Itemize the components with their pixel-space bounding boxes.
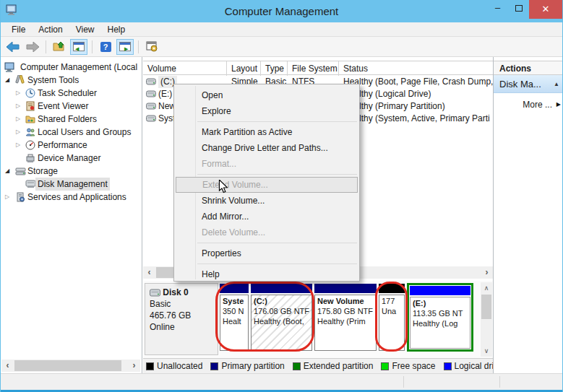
expander-icon[interactable]: ◢ xyxy=(5,165,9,178)
toolbar-separator xyxy=(46,40,46,53)
device-icon xyxy=(25,153,35,163)
tools-icon xyxy=(15,75,25,85)
chevron-right-icon: ▶ xyxy=(556,97,561,112)
forward-button[interactable] xyxy=(24,39,41,55)
expander-icon[interactable]: ◢ xyxy=(5,74,9,87)
annotation-oval-unallocated xyxy=(375,282,408,352)
collapse-up-icon[interactable]: ▲ xyxy=(554,75,559,93)
actions-section-disk-management[interactable]: Disk Ma... ▲ xyxy=(494,75,563,93)
forward-icon xyxy=(26,42,39,52)
show-console-tree-button[interactable]: ◀ xyxy=(70,39,87,55)
menu-item-change-drive-letter[interactable]: Change Drive Letter and Paths... xyxy=(174,140,359,156)
expander-icon[interactable]: ▷ xyxy=(16,139,20,152)
partition-name: New Volume xyxy=(317,296,374,306)
column-header-type[interactable]: Type xyxy=(261,61,288,76)
partition-e-extended[interactable]: (E:) 113.35 GB NT Healthy (Log xyxy=(407,283,473,352)
scrollbar-thumb[interactable] xyxy=(481,295,491,319)
disk-graphical-pane: Disk 0 Basic 465.76 GB Online Syste 350 … xyxy=(143,281,493,358)
menu-item-shrink-volume[interactable]: Shrink Volume... xyxy=(174,193,359,209)
partition-new-volume[interactable]: New Volume 175.80 GB NTF Healthy (Prim xyxy=(314,284,377,351)
users-icon xyxy=(25,127,35,137)
tree-item-label: Disk Management xyxy=(35,178,110,191)
scrollbar-thumb[interactable] xyxy=(14,360,121,371)
menu-item-add-mirror[interactable]: Add Mirror... xyxy=(174,209,359,225)
up-folder-button[interactable] xyxy=(51,39,68,55)
expander-icon[interactable]: ▷ xyxy=(16,87,20,100)
menu-item-extend-volume[interactable]: Extend Volume... xyxy=(176,177,358,193)
partition-color-bar xyxy=(314,284,377,293)
menu-view[interactable]: View xyxy=(69,22,101,37)
console-properties-icon xyxy=(146,41,158,52)
column-header-layout[interactable]: Layout xyxy=(227,61,261,76)
legend-bar: Unallocated Primary partition Extended p… xyxy=(143,358,493,373)
scroll-right-icon[interactable]: › xyxy=(128,360,140,372)
toolbar-separator xyxy=(92,40,93,53)
expander-icon[interactable]: ▷ xyxy=(16,100,20,113)
disk0-info-panel[interactable]: Disk 0 Basic 465.76 GB Online xyxy=(145,283,218,355)
menu-item-help[interactable]: Help xyxy=(174,266,359,282)
console-properties-button[interactable] xyxy=(143,39,160,55)
tree-item-local-users-and-groups[interactable]: ▷ Local Users and Groups xyxy=(1,126,142,139)
expander-icon[interactable]: ▷ xyxy=(5,191,9,204)
disk-vertical-scrollbar[interactable]: ∧ ∨ xyxy=(481,282,492,357)
expander-icon[interactable]: ▷ xyxy=(16,126,20,139)
menu-file[interactable]: File xyxy=(5,22,32,37)
tree-horizontal-scrollbar[interactable]: ‹ › xyxy=(1,360,140,372)
disk0-title: Disk 0 xyxy=(150,287,213,298)
tree-item-storage[interactable]: ◢ Storage xyxy=(1,165,142,178)
column-header-status[interactable]: Status xyxy=(339,61,493,76)
volume-icon xyxy=(146,115,156,123)
volume-icon xyxy=(146,78,156,86)
tree-item-event-viewer[interactable]: ▷ Event Viewer xyxy=(1,100,142,113)
expander-icon[interactable]: ▷ xyxy=(16,113,20,126)
show-action-pane-button[interactable]: ▶ xyxy=(116,39,134,55)
window-title: Computer Management xyxy=(1,5,562,17)
tree-item-disk-management[interactable]: Disk Management xyxy=(1,178,142,191)
volume-icon xyxy=(146,103,156,110)
tree-item-label: Device Manager xyxy=(38,152,100,165)
event-log-icon xyxy=(25,101,35,111)
tree-item-label: Computer Management (Local xyxy=(20,61,137,74)
menu-help[interactable]: Help xyxy=(101,22,132,37)
tree-item-task-scheduler[interactable]: ▷ Task Scheduler xyxy=(1,87,142,100)
partition-name: (E:) xyxy=(413,298,468,308)
scroll-down-icon[interactable]: ∨ xyxy=(481,345,492,357)
status-bar xyxy=(1,373,562,390)
scroll-left-icon[interactable]: ‹ xyxy=(1,360,14,372)
primary-swatch-icon xyxy=(210,362,218,370)
title-bar[interactable]: Computer Management – ✕ xyxy=(1,0,562,22)
maximize-button[interactable] xyxy=(508,0,529,17)
tree-item-label: System Tools xyxy=(27,74,79,87)
tree-item-device-manager[interactable]: Device Manager xyxy=(1,152,142,165)
menu-item-delete-volume[interactable]: Delete Volume... xyxy=(174,225,359,240)
volume-icon xyxy=(146,90,156,98)
tree-item-performance[interactable]: ▷ Performance xyxy=(1,139,142,152)
menu-action[interactable]: Action xyxy=(32,22,69,37)
minimize-button[interactable]: – xyxy=(487,0,508,17)
menu-item-format[interactable]: Format... xyxy=(174,156,359,172)
close-button[interactable]: ✕ xyxy=(529,0,562,19)
scroll-right-icon[interactable]: › xyxy=(481,266,493,279)
column-header-volume[interactable]: Volume xyxy=(143,61,227,76)
scroll-up-icon[interactable]: ∧ xyxy=(481,282,492,294)
tree-item-label: Performance xyxy=(38,139,87,152)
tree-item-shared-folders[interactable]: ▷ Shared Folders xyxy=(1,113,142,126)
tree-item-computer-management[interactable]: Computer Management (Local xyxy=(1,61,142,74)
column-header-filesystem[interactable]: File System xyxy=(288,61,339,76)
scroll-left-icon[interactable]: ‹ xyxy=(143,266,155,279)
tree-item-label: Event Viewer xyxy=(38,100,88,113)
show-action-pane-icon: ▶ xyxy=(119,42,131,51)
help-button[interactable]: ? xyxy=(97,39,114,55)
menu-item-properties[interactable]: Properties xyxy=(174,245,359,261)
tree-item-system-tools[interactable]: ◢ System Tools xyxy=(1,74,142,87)
actions-more[interactable]: More ... ▶ xyxy=(494,97,563,112)
menu-item-open[interactable]: Open xyxy=(174,87,359,103)
menu-item-explore[interactable]: Explore xyxy=(174,103,359,119)
menu-item-mark-partition-active[interactable]: Mark Partition as Active xyxy=(174,124,359,140)
pane-divider[interactable] xyxy=(142,57,142,373)
tree-item-services-and-applications[interactable]: ▷ Services and Applications xyxy=(1,191,142,204)
services-icon xyxy=(15,192,25,202)
actions-pane: Actions Disk Ma... ▲ More ... ▶ xyxy=(494,57,563,373)
legend-item-freespace: Free space xyxy=(381,361,435,371)
back-button[interactable] xyxy=(4,39,22,55)
